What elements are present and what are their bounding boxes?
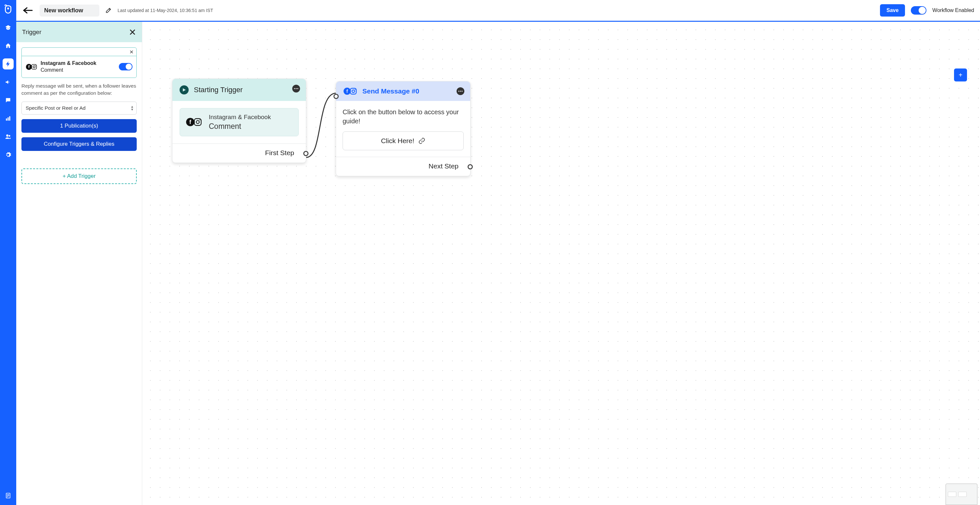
workflow-enabled-toggle[interactable] [911,6,926,14]
panel-title: Trigger [22,29,41,36]
trigger-widget[interactable]: f Instagram & Facebook Comment [180,108,299,136]
widget-provider: Instagram & Facebook [209,113,271,121]
configure-triggers-button[interactable]: Configure Triggers & Replies [21,137,137,151]
svg-point-30 [355,89,356,90]
trigger-provider: Instagram & Facebook [41,60,97,66]
link-icon [418,137,425,145]
nav-home-icon[interactable] [3,40,14,51]
svg-rect-1 [6,119,7,121]
flow-canvas[interactable]: Starting Trigger f Instagram & Facebook [142,22,980,505]
svg-text:f: f [189,119,191,125]
nav-education-icon[interactable] [3,22,14,33]
dropdown-caret-icon: ▴▾ [131,105,133,111]
svg-point-0 [8,8,9,9]
first-step-label: First Step [265,149,299,156]
svg-rect-3 [9,116,10,121]
minimap-node [948,492,956,497]
workflow-enabled-label: Workflow Enabled [932,8,974,13]
workflow-title[interactable]: New workflow [40,5,99,17]
minimap-node [958,492,967,497]
nav-rail [0,0,16,505]
publications-button[interactable]: 1 Publication(s) [21,119,137,133]
trigger-event: Comment [41,67,63,73]
next-step-label: Next Step [429,162,464,170]
trigger-card: f Instagram & Facebook Comment [21,48,137,78]
output-port[interactable] [303,151,309,156]
node-menu-icon[interactable] [457,87,465,95]
svg-point-15 [294,88,295,89]
last-updated-label: Last updated at 11-May-2024, 10:36:51 am… [118,8,213,13]
svg-rect-2 [8,118,8,121]
nav-settings-icon[interactable] [3,149,14,160]
svg-point-29 [352,90,355,92]
nav-analytics-icon[interactable] [3,113,14,124]
svg-point-16 [296,88,296,89]
nav-flows-icon[interactable] [3,59,14,70]
trigger-panel: Trigger f [16,22,142,505]
nav-broadcast-icon[interactable] [3,76,14,87]
save-button[interactable]: Save [880,4,905,17]
add-node-button[interactable]: + [954,68,967,81]
back-button[interactable] [22,5,34,16]
svg-point-14 [35,65,36,65]
nav-docs-icon[interactable] [3,490,14,501]
facebook-instagram-icon: f [25,64,37,70]
widget-event: Comment [209,121,271,132]
svg-point-22 [199,120,200,121]
svg-point-13 [33,65,35,68]
play-icon [180,85,189,94]
trigger-enabled-toggle[interactable] [119,63,132,70]
add-trigger-button[interactable]: + Add Trigger [21,168,137,184]
svg-point-24 [460,91,461,92]
trigger-help-text: Reply message will be sent, when a follo… [21,83,137,97]
header: New workflow Last updated at 11-May-2024… [16,0,980,22]
node-send-message[interactable]: f Send Message #0 Click on the button be… [336,81,471,176]
panel-close-icon[interactable] [129,29,136,36]
connector-line [304,89,339,170]
facebook-instagram-icon: f [343,87,357,95]
nav-users-icon[interactable] [3,131,14,142]
node-menu-icon[interactable] [292,85,300,92]
node-title: Send Message #0 [363,87,419,95]
node-starting-trigger[interactable]: Starting Trigger f Instagram & Facebook [172,79,306,163]
input-port[interactable] [334,94,339,99]
output-port[interactable] [468,164,473,170]
svg-point-5 [9,135,10,137]
app-logo-icon[interactable] [3,4,14,15]
message-text: Click on the button below to access your… [342,107,464,125]
message-button[interactable]: Click Here! [342,132,464,150]
trigger-scope-dropdown[interactable]: Specific Post or Reel or Ad ▴▾ [21,102,137,114]
svg-point-23 [458,91,459,92]
facebook-instagram-icon: f [186,118,202,127]
svg-point-25 [461,91,462,92]
minimap[interactable] [946,484,977,505]
nav-chat-icon[interactable] [3,95,14,106]
svg-point-17 [297,88,298,89]
svg-point-21 [196,121,199,124]
edit-title-icon[interactable] [105,7,112,14]
trigger-remove-icon[interactable] [129,50,134,54]
svg-point-4 [6,134,8,137]
node-title: Starting Trigger [194,86,243,94]
